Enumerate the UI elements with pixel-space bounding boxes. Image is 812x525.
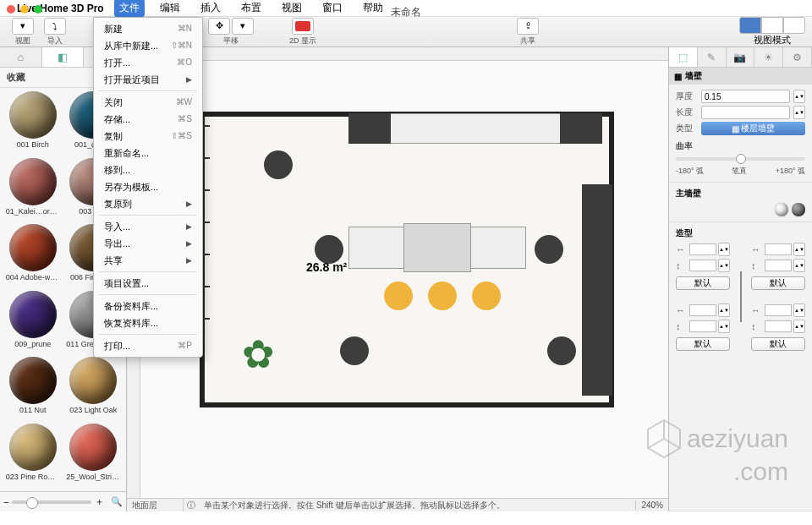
shape-w3[interactable] <box>689 304 716 316</box>
material-swatch[interactable]: 001 Birch <box>3 91 63 156</box>
mainwall-color-1[interactable] <box>775 203 788 216</box>
inspector-tab-object[interactable]: ⬚ <box>669 47 698 67</box>
shape-default-4[interactable]: 默认 <box>751 337 805 351</box>
stool-dark-3[interactable] <box>535 235 563 264</box>
file-menu-item[interactable]: 恢复资料库... <box>94 314 202 331</box>
length-input[interactable] <box>701 106 790 119</box>
inspector-tab-settings[interactable]: ⚙ <box>783 47 812 67</box>
shape-h1-stepper[interactable]: ▲▼ <box>718 259 730 272</box>
shape-w2[interactable] <box>765 243 792 255</box>
material-swatch[interactable]: 023 Light Oak <box>64 357 123 422</box>
material-swatch[interactable]: 25_Wool_Stripes_2 <box>64 424 123 489</box>
menu-file[interactable]: 文件 <box>114 0 145 17</box>
inspector-tab-light[interactable]: ☀ <box>754 47 783 67</box>
file-menu-item[interactable]: 从库中新建...⇧⌘N <box>94 37 202 54</box>
file-menu-item[interactable]: 复原到▶ <box>94 195 202 212</box>
library-tab-objects[interactable]: ⌂ <box>0 47 42 67</box>
floor-plan-canvas[interactable]: 26.8 m² <box>140 61 668 498</box>
stool-dark-5[interactable] <box>547 336 576 365</box>
material-swatch[interactable]: 023 Pine Rombs <box>3 424 63 489</box>
canvas-area: 26.8 m² 地面层 ⓘ 单击某个对象进行选择。按住 Shift 键后单击以扩… <box>127 47 668 511</box>
wall-type-select[interactable]: ▦ 楼层墙壁 <box>701 122 805 135</box>
info-icon: ⓘ <box>184 500 199 511</box>
view-mode-2d-button[interactable] <box>739 17 761 34</box>
window-zoom-button[interactable] <box>34 5 42 14</box>
file-menu-item[interactable]: 移到... <box>94 161 202 178</box>
file-menu-item[interactable]: 备份资料库... <box>94 298 202 314</box>
menu-edit[interactable]: 编辑 <box>155 0 185 17</box>
file-menu-item[interactable]: 存储...⌘S <box>94 111 202 128</box>
stool-dark-2[interactable] <box>315 235 343 264</box>
search-icon[interactable]: 🔍 <box>111 496 123 507</box>
file-menu-item[interactable]: 关闭⌘W <box>94 94 202 111</box>
mainwall-color-2[interactable] <box>792 203 805 216</box>
thickness-stepper[interactable]: ▲▼ <box>793 90 805 103</box>
menu-view[interactable]: 视图 <box>277 0 307 17</box>
window-minimize-button[interactable] <box>20 5 29 14</box>
shape-default-3[interactable]: 默认 <box>676 337 730 351</box>
cabinet-dark-1[interactable] <box>348 113 391 144</box>
stool-yellow-1[interactable] <box>384 282 413 310</box>
file-menu-item[interactable]: 打印...⌘P <box>94 337 202 354</box>
material-swatch[interactable]: 011 Nut <box>3 357 63 422</box>
file-menu-item[interactable]: 重新命名... <box>94 145 202 161</box>
zoom-in-icon[interactable]: ＋ <box>95 495 104 508</box>
sink[interactable] <box>403 223 471 272</box>
wall-section-header[interactable]: ▦墙壁 <box>669 68 812 85</box>
stool-dark-4[interactable] <box>340 336 369 365</box>
import-button[interactable]: ⤵ <box>44 18 66 35</box>
stool-dark-1[interactable] <box>264 150 293 179</box>
pan-mode-button[interactable]: ▾ <box>232 18 254 35</box>
file-menu-item[interactable]: 另存为模板... <box>94 178 202 195</box>
menu-window[interactable]: 窗口 <box>317 0 348 17</box>
length-stepper[interactable]: ▲▼ <box>793 106 805 119</box>
zoom-out-icon[interactable]: − <box>3 497 8 507</box>
menu-arrange[interactable]: 布置 <box>236 0 266 17</box>
shape-h1[interactable] <box>689 260 716 271</box>
menu-help[interactable]: 帮助 <box>358 0 388 17</box>
menu-insert[interactable]: 插入 <box>195 0 226 17</box>
inspector-tab-camera[interactable]: 📷 <box>727 47 755 67</box>
stool-yellow-3[interactable] <box>472 282 501 310</box>
file-menu-item[interactable]: 打开...⌘O <box>94 54 202 71</box>
tall-cabinet-right[interactable] <box>582 184 612 396</box>
cabinet-dark-2[interactable] <box>560 113 602 144</box>
shape-default-1[interactable]: 默认 <box>676 276 730 290</box>
shape-h4[interactable] <box>765 320 792 332</box>
view-mode-split-button[interactable] <box>783 17 805 34</box>
file-menu-item[interactable]: 新建⌘N <box>94 20 202 37</box>
file-menu-item[interactable]: 共享▶ <box>94 252 202 269</box>
stool-yellow-2[interactable] <box>428 282 457 310</box>
inspector-tab-materials[interactable]: ✎ <box>698 47 727 67</box>
shape-default-2[interactable]: 默认 <box>751 276 805 290</box>
curvature-slider[interactable] <box>676 157 805 161</box>
wall-type-icon: ▦ <box>732 124 739 134</box>
view-mode-3d-button[interactable] <box>761 17 783 34</box>
plant[interactable] <box>239 336 289 387</box>
display-2d-button[interactable] <box>292 18 314 35</box>
shape-h2[interactable] <box>765 260 792 271</box>
file-menu-item[interactable]: 导入...▶ <box>94 218 202 235</box>
shape-h3[interactable] <box>689 320 716 332</box>
window-close-button[interactable] <box>7 5 15 14</box>
pan-button[interactable]: ✥ <box>208 18 230 35</box>
material-swatch[interactable]: 004 Adobe-work <box>3 224 63 289</box>
thumbnail-size-slider[interactable] <box>12 500 91 504</box>
zoom-level[interactable]: 240% <box>635 500 668 510</box>
shape-w1[interactable] <box>689 243 716 255</box>
file-menu-item[interactable]: 打开最近项目▶ <box>94 71 202 88</box>
material-swatch[interactable]: 01_Kalei…ornament <box>3 158 63 223</box>
library-tab-materials[interactable]: ◧ <box>42 47 85 67</box>
file-menu-item[interactable]: 导出...▶ <box>94 235 202 252</box>
shape-w1-stepper[interactable]: ▲▼ <box>718 243 730 256</box>
room-outline[interactable]: 26.8 m² <box>200 112 614 407</box>
file-menu-item[interactable]: 复制⇧⌘S <box>94 128 202 145</box>
floor-selector[interactable]: 地面层 <box>127 500 184 511</box>
thickness-input[interactable]: 0.15 <box>701 90 790 103</box>
shape-w4[interactable] <box>765 304 792 316</box>
share-button[interactable]: ⇪ <box>517 18 539 35</box>
view-popup-button[interactable]: ▾ <box>12 18 34 35</box>
material-swatch[interactable]: 009_prune <box>3 291 63 356</box>
file-menu-item[interactable]: 项目设置... <box>94 275 202 292</box>
material-name: 023 Light Oak <box>69 406 117 414</box>
